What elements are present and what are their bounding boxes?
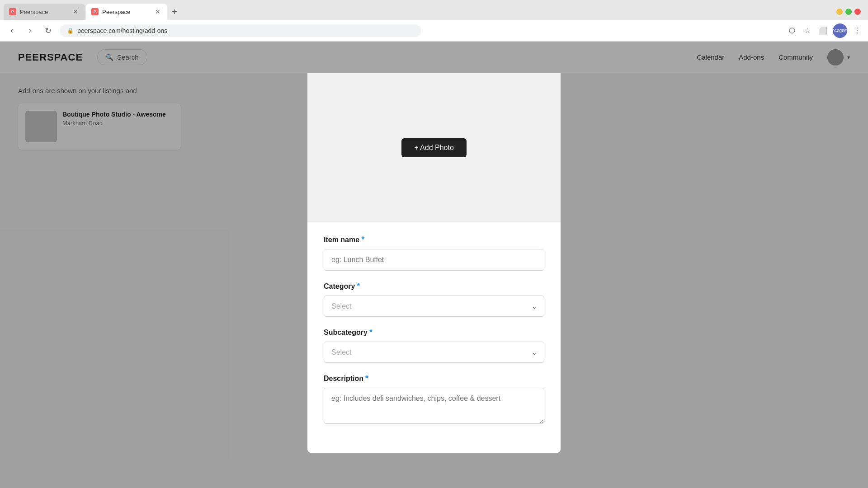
item-name-required: * bbox=[361, 235, 364, 244]
item-name-input[interactable] bbox=[324, 249, 544, 271]
browser-chrome: P Peerspace ✕ P Peerspace ✕ + ‹ › ↻ 🔒 pe… bbox=[0, 0, 868, 42]
profile-button[interactable]: Incognito bbox=[833, 23, 847, 38]
back-button[interactable]: ‹ bbox=[5, 24, 18, 37]
incognito-label: Incognito bbox=[833, 28, 847, 33]
new-tab-button[interactable]: + bbox=[168, 5, 181, 18]
url-bar[interactable]: 🔒 peerspace.com/hosting/add-ons bbox=[60, 24, 421, 37]
tab-1[interactable]: P Peerspace ✕ bbox=[4, 4, 85, 20]
category-label: Category * bbox=[324, 282, 544, 291]
maximize-button[interactable] bbox=[845, 9, 852, 15]
item-name-group: Item name * bbox=[324, 235, 544, 271]
description-group: Description * bbox=[324, 374, 544, 426]
tab-2-label: Peerspace bbox=[102, 9, 130, 15]
tab-1-label: Peerspace bbox=[20, 9, 48, 15]
description-label: Description * bbox=[324, 374, 544, 383]
category-select-wrapper: Select Food & Beverages Photography Audi… bbox=[324, 296, 544, 317]
modal: + Add Photo Item name * Category * bbox=[307, 73, 561, 453]
minimize-button[interactable] bbox=[836, 9, 843, 15]
tab-1-close[interactable]: ✕ bbox=[71, 8, 80, 16]
subcategory-select[interactable]: Select bbox=[324, 342, 544, 363]
category-select[interactable]: Select Food & Beverages Photography Audi… bbox=[324, 296, 544, 317]
add-photo-button[interactable]: + Add Photo bbox=[401, 138, 467, 157]
description-required: * bbox=[365, 374, 368, 383]
lock-icon: 🔒 bbox=[67, 28, 74, 34]
close-window-button[interactable] bbox=[854, 9, 861, 15]
address-bar-right: ⬡ ☆ ⬜ Incognito ⋮ bbox=[787, 23, 863, 38]
photo-upload-area: + Add Photo bbox=[307, 73, 561, 222]
subcategory-required: * bbox=[369, 328, 373, 337]
item-name-label: Item name * bbox=[324, 235, 544, 244]
subcategory-select-wrapper: Select ⌄ bbox=[324, 342, 544, 363]
description-textarea[interactable] bbox=[324, 388, 544, 424]
tab-2-close[interactable]: ✕ bbox=[154, 8, 162, 16]
tab-2[interactable]: P Peerspace ✕ bbox=[86, 4, 167, 20]
window-controls bbox=[836, 9, 861, 15]
url-text: peerspace.com/hosting/add-ons bbox=[77, 27, 167, 34]
cast-icon[interactable]: ⬡ bbox=[787, 25, 797, 36]
form-body: Item name * Category * Select Food & Bev… bbox=[307, 222, 561, 453]
address-bar: ‹ › ↻ 🔒 peerspace.com/hosting/add-ons ⬡ … bbox=[0, 20, 868, 42]
tab-bar: P Peerspace ✕ P Peerspace ✕ + bbox=[0, 0, 868, 20]
reload-button[interactable]: ↻ bbox=[42, 24, 54, 37]
menu-icon[interactable]: ⋮ bbox=[852, 25, 863, 36]
extensions-icon[interactable]: ⬜ bbox=[817, 25, 828, 36]
forward-button[interactable]: › bbox=[24, 24, 36, 37]
subcategory-group: Subcategory * Select ⌄ bbox=[324, 328, 544, 363]
tab-1-favicon: P bbox=[9, 8, 16, 15]
subcategory-label: Subcategory * bbox=[324, 328, 544, 337]
category-required: * bbox=[357, 282, 360, 291]
page: PEERSPACE 🔍 Search Calendar Add-ons Comm… bbox=[0, 42, 868, 488]
tab-2-favicon: P bbox=[91, 8, 99, 15]
star-icon[interactable]: ☆ bbox=[802, 25, 813, 36]
category-group: Category * Select Food & Beverages Photo… bbox=[324, 282, 544, 317]
